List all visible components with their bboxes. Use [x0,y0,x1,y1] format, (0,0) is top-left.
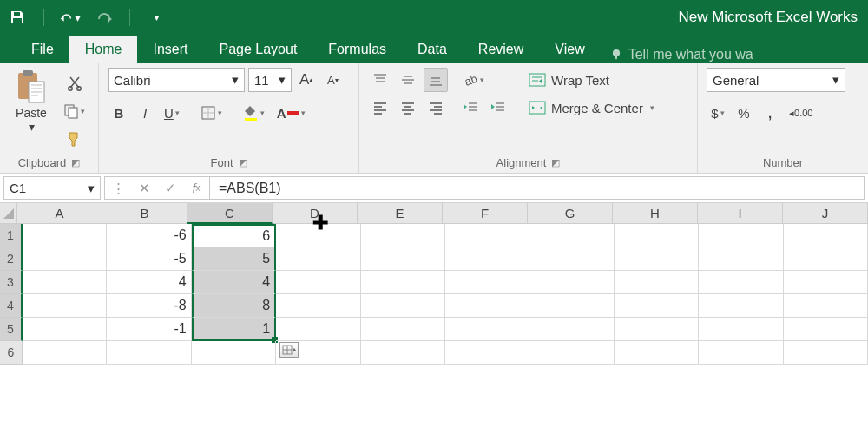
cell-F6[interactable] [445,341,529,365]
column-header-D[interactable]: D [273,203,358,224]
decrease-indent-button[interactable] [458,95,483,120]
cell-B6[interactable] [107,341,191,365]
cancel-formula-button[interactable]: ✕ [131,181,157,196]
row-header-5[interactable]: 5 [0,318,23,341]
cell-C4[interactable]: 8 [192,294,276,318]
cell-F5[interactable] [445,318,529,341]
font-size-select[interactable]: 11▾ [248,68,292,92]
cell-E1[interactable] [361,224,445,247]
align-middle-button[interactable] [396,68,420,92]
name-box[interactable]: C1▾ [3,176,101,200]
clipboard-dialog-launcher[interactable]: ◩ [71,157,80,168]
cell-B5[interactable]: -1 [107,318,191,341]
cell-G4[interactable] [529,294,614,318]
cell-G5[interactable] [529,318,614,341]
cell-J3[interactable] [784,271,868,294]
cell-H5[interactable] [615,318,699,341]
cell-B1[interactable]: -6 [107,224,191,247]
cell-B4[interactable]: -8 [107,294,191,318]
column-header-I[interactable]: I [698,203,783,224]
cell-I3[interactable] [699,271,783,294]
cell-D2[interactable] [276,247,360,271]
cell-J1[interactable] [784,224,868,247]
redo-button[interactable] [93,7,114,28]
font-name-select[interactable]: Calibri▾ [108,68,245,92]
column-header-A[interactable]: A [17,203,102,224]
cell-C1[interactable]: 6 [192,224,276,247]
cell-F1[interactable] [445,224,529,247]
bold-button[interactable]: B [108,101,130,125]
cell-D1[interactable] [276,224,360,247]
cell-E5[interactable] [361,318,445,341]
enter-formula-button[interactable]: ✓ [157,181,183,196]
tab-data[interactable]: Data [402,36,463,63]
format-painter-button[interactable] [59,127,89,151]
column-header-G[interactable]: G [528,203,613,224]
cell-H2[interactable] [615,247,699,271]
cell-E3[interactable] [361,271,445,294]
column-header-B[interactable]: B [102,203,187,224]
cell-G6[interactable] [529,341,614,365]
column-header-F[interactable]: F [443,203,528,224]
cell-H6[interactable] [615,341,699,365]
increase-font-button[interactable]: A▴ [295,68,318,92]
select-all-triangle[interactable] [0,203,17,224]
cell-A2[interactable] [23,247,107,271]
tell-me-search[interactable]: Tell me what you wa [601,47,753,63]
save-button[interactable] [7,7,28,28]
percent-button[interactable]: % [733,101,755,125]
cell-D3[interactable] [276,271,360,294]
tab-view[interactable]: View [539,36,600,63]
cell-C2[interactable]: 5 [192,247,276,271]
cell-C6[interactable] [192,341,276,365]
italic-button[interactable]: I [134,101,156,125]
cell-J6[interactable] [784,341,868,365]
cell-J5[interactable] [784,318,868,341]
font-color-button[interactable]: A▾ [273,101,310,125]
number-format-select[interactable]: General▾ [707,68,845,92]
underline-button[interactable]: U▾ [160,101,184,125]
align-bottom-button[interactable] [424,68,448,92]
cell-J4[interactable] [784,294,868,318]
cell-F4[interactable] [445,294,529,318]
tab-review[interactable]: Review [463,36,539,63]
cell-G2[interactable] [529,247,614,271]
formula-input[interactable]: =ABS(B1) [210,176,865,200]
wrap-text-button[interactable]: Wrap Text [524,68,672,92]
column-header-J[interactable]: J [783,203,868,224]
fill-color-button[interactable]: ▾ [239,101,269,125]
comma-button[interactable]: , [759,101,781,125]
cell-A4[interactable] [23,294,107,318]
cell-B2[interactable]: -5 [107,247,191,271]
cell-A5[interactable] [23,318,107,341]
merge-center-button[interactable]: Merge & Center▾ [524,95,672,120]
cell-D5[interactable] [276,318,360,341]
row-header-2[interactable]: 2 [0,247,23,271]
cell-J2[interactable] [784,247,868,271]
cell-E2[interactable] [361,247,445,271]
orientation-button[interactable]: ab▾ [458,68,489,92]
alignment-dialog-launcher[interactable]: ◩ [551,157,560,168]
cell-D4[interactable] [276,294,360,318]
customize-qat-button[interactable]: ▾ [146,7,167,28]
column-header-H[interactable]: H [613,203,698,224]
cell-I4[interactable] [699,294,783,318]
cell-A6[interactable] [23,341,107,365]
column-header-C[interactable]: C [187,203,273,224]
cell-E6[interactable] [361,341,445,365]
tab-insert[interactable]: Insert [137,36,203,63]
cell-H3[interactable] [615,271,699,294]
cell-C5[interactable]: 1 [192,318,276,341]
undo-button[interactable]: ▾ [60,7,81,28]
currency-button[interactable]: $▾ [707,101,729,125]
row-header-6[interactable]: 6 [0,341,23,365]
decrease-font-button[interactable]: A▾ [321,68,344,92]
borders-button[interactable]: ▾ [196,101,227,125]
cut-button[interactable] [59,71,89,95]
tab-file[interactable]: File [16,36,69,63]
paste-button[interactable]: Paste ▾ [9,68,54,134]
cell-A3[interactable] [23,271,107,294]
cell-I2[interactable] [699,247,783,271]
row-header-4[interactable]: 4 [0,294,23,318]
copy-button[interactable]: ▾ [59,99,89,123]
